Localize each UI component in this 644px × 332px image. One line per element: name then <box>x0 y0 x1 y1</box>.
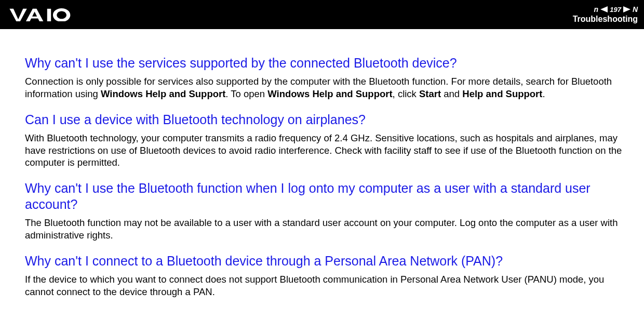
header-right: n 197 N Troubleshooting <box>573 5 638 24</box>
page-nav: n 197 N <box>594 5 638 14</box>
section-label: Troubleshooting <box>573 15 638 24</box>
answer-4: If the device to which you want to conne… <box>25 273 625 298</box>
svg-rect-0 <box>47 9 51 21</box>
nav-n-left: n <box>594 5 599 14</box>
question-2: Can I use a device with Bluetooth techno… <box>25 112 625 128</box>
answer-2: With Bluetooth technology, your computer… <box>25 132 625 169</box>
arrow-right-icon[interactable] <box>623 6 630 12</box>
question-3: Why can't I use the Bluetooth function w… <box>25 180 625 213</box>
vaio-logo-svg <box>9 8 82 21</box>
nav-n-right: N <box>633 5 638 14</box>
answer-1: Connection is only possible for services… <box>25 75 625 100</box>
arrow-left-icon[interactable] <box>600 6 608 12</box>
header-bar: n 197 N Troubleshooting <box>0 0 644 29</box>
content-area: Why can't I use the services supported b… <box>0 29 644 298</box>
page-number: 197 <box>610 6 621 14</box>
question-1: Why can't I use the services supported b… <box>25 55 625 71</box>
vaio-logo <box>9 0 82 29</box>
answer-3: The Bluetooth function may not be availa… <box>25 217 625 241</box>
question-4: Why can't I connect to a Bluetooth devic… <box>25 253 625 269</box>
